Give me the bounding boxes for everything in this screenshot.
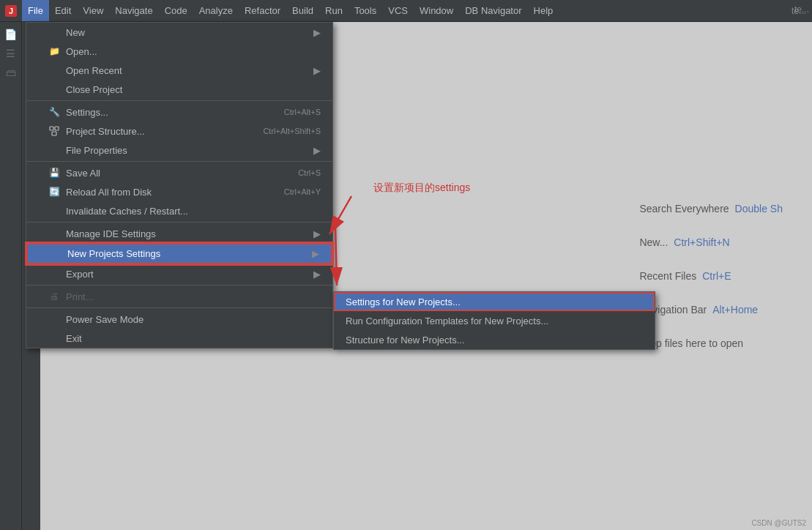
menu-analyze[interactable]: Analyze	[193, 0, 239, 21]
menu-item-file-properties[interactable]: File Properties ▶	[26, 141, 332, 160]
search-shortcut: Double Sh	[735, 203, 783, 214]
svg-rect-4	[52, 132, 56, 135]
menu-navigate[interactable]: Navigate	[109, 0, 158, 21]
manage-ide-label: Manage IDE Settings	[66, 228, 156, 239]
print-icon: 🖨	[48, 291, 60, 302]
divider-5	[26, 307, 332, 308]
project-structure-shortcut: Ctrl+Alt+Shift+S	[263, 127, 321, 135]
reload-icon: 🔄	[48, 187, 60, 197]
save-all-icon: 💾	[48, 168, 60, 178]
menu-view[interactable]: View	[77, 0, 109, 21]
new-projects-arrow: ▶	[312, 248, 319, 259]
file-properties-arrow: ▶	[313, 145, 321, 156]
sidebar-structure-icon[interactable]: ☰	[2, 45, 20, 62]
print-label: Print...	[66, 291, 94, 302]
save-all-label: Save All	[66, 168, 100, 179]
reload-shortcut: Ctrl+Alt+Y	[284, 187, 321, 196]
sidebar-db-icon[interactable]: 🗃	[2, 64, 20, 81]
submenu-item-structure-for-new[interactable]: Structure for New Projects...	[334, 330, 655, 349]
svg-text:J: J	[9, 7, 13, 15]
folder-icon: 📁	[48, 46, 60, 56]
menu-item-new-projects-settings[interactable]: New Projects Settings ▶	[26, 243, 332, 264]
save-all-shortcut: Ctrl+S	[298, 168, 321, 177]
export-arrow: ▶	[313, 269, 321, 280]
divider-3	[26, 222, 332, 223]
menu-item-print: 🖨 Print...	[26, 287, 332, 306]
submenu-item-settings-for-new[interactable]: Settings for New Projects...	[334, 292, 655, 311]
sidebar-project-icon[interactable]: 📄	[2, 26, 20, 43]
project-structure-icon	[48, 126, 60, 136]
new-arrow: ▶	[313, 27, 321, 38]
file-dropdown: New ▶ 📁 Open... Open Recent ▶ Close Proj…	[26, 22, 333, 348]
invalidate-label: Invalidate Caches / Restart...	[66, 206, 188, 217]
drop-files-row: Drop files here to open	[639, 337, 783, 349]
menu-item-save-all[interactable]: 💾 Save All Ctrl+S	[26, 163, 332, 182]
menu-edit[interactable]: Edit	[49, 0, 77, 21]
menu-db-navigator[interactable]: DB Navigator	[459, 0, 527, 21]
menu-refactor[interactable]: Refactor	[239, 0, 286, 21]
watermark: CSDN @GUTS2	[751, 519, 806, 527]
file-properties-label: File Properties	[66, 145, 127, 156]
menu-item-project-structure[interactable]: Project Structure... Ctrl+Alt+Shift+S	[26, 122, 332, 141]
new-projects-label: New Projects Settings	[67, 248, 160, 259]
menu-build[interactable]: Build	[286, 0, 319, 21]
menu-code[interactable]: Code	[159, 0, 193, 21]
content-inner: Search Everywhere Double Sh New... Ctrl+…	[639, 203, 812, 349]
menu-item-open[interactable]: 📁 Open...	[26, 42, 332, 61]
divider-4	[26, 285, 332, 285]
menu-vcs[interactable]: VCS	[382, 0, 414, 21]
exit-label: Exit	[66, 333, 82, 344]
menu-run[interactable]: Run	[319, 0, 349, 21]
menu-item-close-project[interactable]: Close Project	[26, 80, 332, 99]
search-row: Search Everywhere Double Sh	[639, 203, 783, 214]
power-save-label: Power Save Mode	[66, 314, 144, 325]
export-label: Export	[66, 269, 94, 280]
manage-ide-arrow: ▶	[313, 228, 321, 239]
divider-2	[26, 161, 332, 162]
menu-item-new[interactable]: New ▶	[26, 23, 332, 42]
new-label: New	[66, 27, 85, 38]
recent-files-row: Recent Files Ctrl+E	[639, 270, 783, 282]
new-file-shortcut: Ctrl+Shift+N	[674, 236, 729, 248]
nav-bar-shortcut: Alt+Home	[712, 304, 758, 316]
new-projects-submenu: Settings for New Projects... Run Configu…	[333, 291, 655, 350]
settings-label: Settings...	[66, 107, 108, 118]
menu-item-open-recent[interactable]: Open Recent ▶	[26, 61, 332, 80]
menu-file[interactable]: File	[22, 0, 49, 21]
menu-item-invalidate-caches[interactable]: Invalidate Caches / Restart...	[26, 201, 332, 220]
top-right-label: te...	[794, 4, 809, 15]
settings-shortcut: Ctrl+Alt+S	[284, 108, 321, 116]
menu-tools[interactable]: Tools	[349, 0, 382, 21]
new-file-label: New...	[639, 236, 668, 248]
structure-for-new-label: Structure for New Projects...	[346, 335, 465, 346]
menu-item-exit[interactable]: Exit	[26, 329, 332, 348]
menu-window[interactable]: Window	[414, 0, 459, 21]
open-label: Open...	[66, 46, 97, 57]
open-recent-arrow: ▶	[313, 65, 321, 76]
menu-item-power-save[interactable]: Power Save Mode	[26, 310, 332, 329]
svg-rect-3	[55, 127, 59, 130]
recent-files-shortcut: Ctrl+E	[702, 270, 731, 282]
svg-rect-2	[50, 127, 53, 130]
project-structure-label: Project Structure...	[66, 126, 145, 137]
reload-label: Reload All from Disk	[66, 187, 152, 198]
settings-icon: 🔧	[48, 107, 60, 117]
recent-files-label: Recent Files	[639, 270, 696, 282]
menu-item-manage-ide[interactable]: Manage IDE Settings ▶	[26, 224, 332, 243]
menu-help[interactable]: Help	[528, 0, 559, 21]
app-icon: J	[3, 3, 19, 19]
run-config-label: Run Configuration Templates for New Proj…	[346, 316, 548, 326]
menubar: J File Edit View Navigate Code Analyze R…	[0, 0, 812, 22]
submenu-item-run-config[interactable]: Run Configuration Templates for New Proj…	[334, 311, 655, 330]
new-file-row: New... Ctrl+Shift+N	[639, 236, 783, 248]
left-sidebar: 📄 ☰ 🗃	[0, 22, 22, 530]
settings-for-new-label: Settings for New Projects...	[346, 296, 461, 307]
nav-bar-row: Navigation Bar Alt+Home	[639, 304, 783, 316]
menu-item-settings[interactable]: 🔧 Settings... Ctrl+Alt+S	[26, 102, 332, 122]
menu-item-reload[interactable]: 🔄 Reload All from Disk Ctrl+Alt+Y	[26, 182, 332, 201]
divider-1	[26, 100, 332, 101]
close-project-label: Close Project	[66, 84, 122, 95]
search-label: Search Everywhere	[639, 203, 729, 214]
open-recent-label: Open Recent	[66, 65, 122, 76]
menu-item-export[interactable]: Export ▶	[26, 264, 332, 283]
